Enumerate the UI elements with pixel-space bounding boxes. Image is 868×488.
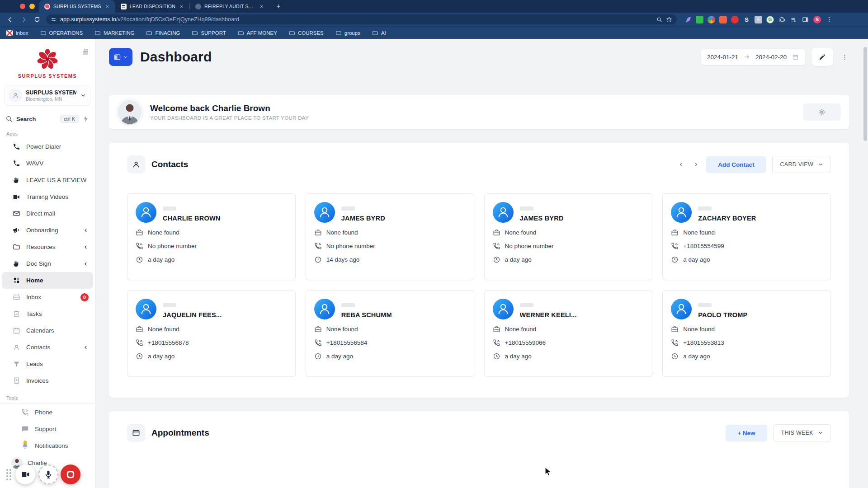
- contacts-prev-icon[interactable]: [677, 160, 685, 169]
- sidebar-item-training-videos[interactable]: Training Videos: [0, 188, 95, 205]
- contact-card[interactable]: ZACHARY BOYER None found +18015554599 a …: [662, 193, 831, 280]
- date-start: 2024-01-21: [707, 54, 738, 61]
- bookmark-folder-support[interactable]: SUPPORT: [192, 30, 226, 36]
- reading-list-icon[interactable]: [790, 16, 797, 23]
- bookmark-folder-finacing[interactable]: FINACING: [146, 30, 180, 36]
- chevron-left-icon: [83, 228, 89, 233]
- quick-actions-icon[interactable]: [82, 115, 90, 122]
- contact-card[interactable]: JAQUELIN FEES... None found +18015556878…: [127, 290, 296, 377]
- scrollbar-thumb[interactable]: [863, 47, 867, 141]
- dashboard-menu-icon[interactable]: [840, 52, 850, 62]
- drag-handle[interactable]: [6, 469, 11, 480]
- close-icon[interactable]: [104, 3, 111, 9]
- apps-section-label: Apps: [6, 131, 95, 136]
- phone-call-icon: [136, 339, 143, 347]
- stop-recording-button[interactable]: [61, 465, 80, 484]
- sidebar-item-calendars[interactable]: Calendars: [0, 322, 95, 339]
- briefcase-icon: [314, 229, 322, 236]
- sidebar-item-leads[interactable]: Leads: [0, 356, 95, 372]
- site-settings-icon[interactable]: [51, 17, 57, 23]
- camera-toggle-button[interactable]: [15, 465, 35, 484]
- close-window-button[interactable]: [20, 4, 25, 9]
- tab-lead-disposition[interactable]: LEAD DISPOSITION: [115, 0, 189, 13]
- contact-company: None found: [148, 326, 179, 333]
- bookmark-folder-aff-money[interactable]: AFF MONEY: [238, 30, 277, 36]
- contact-name: ZACHARY BOYER: [698, 215, 756, 222]
- contact-card[interactable]: JAMES BYRD None found No phone number 14…: [306, 193, 474, 280]
- orange-extension-icon[interactable]: [719, 16, 727, 23]
- sidebar-item-direct-mail[interactable]: Direct mail: [0, 205, 95, 222]
- minimize-window-button[interactable]: [29, 4, 35, 9]
- sidebar-item-phone[interactable]: Phone: [0, 404, 95, 421]
- back-button[interactable]: [5, 15, 14, 24]
- s-extension-icon[interactable]: S: [743, 16, 750, 23]
- forward-button[interactable]: [19, 15, 28, 24]
- profile-avatar[interactable]: S: [813, 16, 821, 23]
- green-extension-icon[interactable]: [696, 16, 703, 23]
- bookmark-folder-courses[interactable]: COURSES: [289, 30, 324, 36]
- new-appointment-button[interactable]: + New: [726, 425, 767, 441]
- microphone-toggle-button[interactable]: [38, 465, 58, 484]
- tag-skeleton: [163, 303, 176, 307]
- sidebar-item-wavv[interactable]: WAVV: [0, 155, 95, 172]
- sidebar-item-leave-review[interactable]: LEAVE US A REVIEW: [0, 172, 95, 188]
- sidebar-item-home[interactable]: Home: [2, 272, 93, 289]
- contact-time: a day ago: [148, 256, 175, 263]
- bookmark-star-icon[interactable]: [666, 16, 672, 23]
- side-panel-icon[interactable]: [802, 16, 809, 23]
- contact-card[interactable]: WERNER KEELI... None found +18015559066 …: [484, 290, 653, 377]
- contact-card[interactable]: JAMES BYRD None found No phone number a …: [484, 193, 653, 280]
- bookmark-inbox[interactable]: inbox: [6, 30, 28, 36]
- sidebar-item-invoices[interactable]: Invoices: [0, 372, 95, 389]
- close-icon[interactable]: [259, 3, 265, 9]
- add-contact-button[interactable]: Add Contact: [706, 156, 766, 173]
- dashboard-switcher-button[interactable]: [109, 48, 132, 66]
- multicolor-extension-icon[interactable]: [708, 16, 715, 23]
- grid-extension-icon[interactable]: [755, 16, 762, 23]
- tab-surplus-systems[interactable]: SURPLUS SYSTEMS: [39, 0, 115, 13]
- sidebar-item-tasks[interactable]: Tasks: [0, 305, 95, 322]
- sidebar-item-support[interactable]: Support: [0, 421, 95, 437]
- bookmark-folder-operations[interactable]: OPERATIONS: [40, 30, 83, 36]
- account-switcher[interactable]: SURPLUS SYSTEMS... Bloomington, MN: [5, 85, 90, 106]
- new-tab-button[interactable]: [273, 1, 284, 12]
- zoom-icon[interactable]: [656, 17, 662, 23]
- address-bar[interactable]: app.surplussystems.io/v2/location/fqD5Cs…: [46, 14, 677, 24]
- bookmark-folder-groups[interactable]: groups: [335, 30, 360, 36]
- search-shortcut-badge: ctrl K: [60, 115, 79, 123]
- contacts-next-icon[interactable]: [692, 160, 700, 169]
- contact-card[interactable]: REBA SCHUMM None found +18015556584 a da…: [306, 290, 474, 377]
- bookmark-folder-ai[interactable]: AI: [372, 30, 386, 36]
- sidebar-item-contacts[interactable]: Contacts: [0, 339, 95, 356]
- tab-reireply-audit[interactable]: REIREPLY AUDIT SESSION: [190, 0, 269, 13]
- tag-skeleton: [520, 303, 533, 307]
- card-view-dropdown[interactable]: CARD VIEW: [772, 156, 831, 173]
- contact-card[interactable]: PAOLO TROMP None found +18015553813 a da…: [662, 290, 831, 377]
- search-input[interactable]: Search ctrl K: [5, 115, 90, 123]
- contact-avatar-icon: [314, 202, 335, 223]
- welcome-settings-button[interactable]: [803, 103, 841, 121]
- appointments-section: Appointments + New THIS WEEK: [109, 411, 849, 488]
- reload-button[interactable]: [33, 15, 42, 24]
- edit-dashboard-button[interactable]: [811, 48, 833, 66]
- appointments-filter-dropdown[interactable]: THIS WEEK: [774, 424, 831, 441]
- sidebar-item-inbox[interactable]: Inbox0: [0, 289, 95, 305]
- g-extension-icon[interactable]: G: [766, 16, 774, 23]
- sidebar-item-onboarding[interactable]: Onboarding: [0, 222, 95, 239]
- sidebar-collapse-icon[interactable]: [81, 48, 90, 56]
- extensions-puzzle-icon[interactable]: [778, 16, 786, 23]
- bookmark-folder-marketing[interactable]: MARKETING: [94, 30, 134, 36]
- contact-card[interactable]: CHARLIE BROWN None found No phone number…: [127, 193, 296, 280]
- sidebar-item-power-dialer[interactable]: Power Dialer: [0, 138, 95, 155]
- sidebar-item-doc-sign[interactable]: Doc Sign: [0, 255, 95, 272]
- red-extension-icon[interactable]: [731, 16, 739, 23]
- video-camera-icon: [20, 469, 30, 479]
- sidebar-item-resources[interactable]: Resources: [0, 239, 95, 255]
- briefcase-icon: [671, 325, 679, 333]
- sidebar-item-notifications[interactable]: Notifications: [0, 437, 95, 454]
- feather-extension-icon[interactable]: [684, 16, 692, 23]
- close-icon[interactable]: [179, 3, 185, 9]
- browser-menu-icon[interactable]: [825, 16, 833, 23]
- contact-avatar-icon: [671, 202, 692, 223]
- date-range-picker[interactable]: 2024-01-21 2024-02-20: [701, 49, 805, 65]
